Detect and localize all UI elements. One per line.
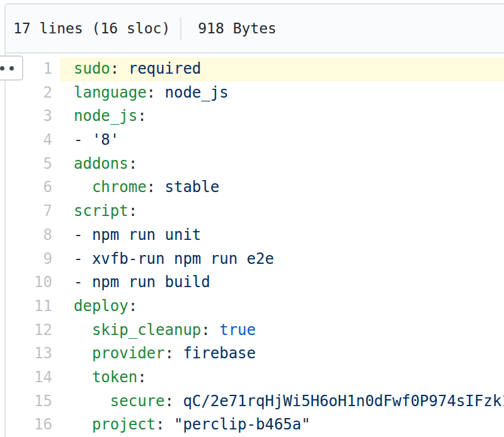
- line-content: - xvfb-run npm run e2e: [60, 247, 504, 271]
- code-segment-str: firebase: [174, 344, 256, 362]
- code-segment-key: script: [74, 202, 129, 220]
- code-segment-plain: [74, 368, 92, 386]
- file-lines-info: 17 lines (16 sloc): [13, 20, 170, 37]
- line-number[interactable]: 13: [6, 342, 60, 366]
- code-segment-plain: [74, 416, 92, 433]
- code-segment-str: required: [119, 60, 201, 77]
- code-line: 16 project: "perclip-b465a": [6, 413, 504, 437]
- line-number[interactable]: 5: [6, 152, 60, 176]
- line-content: sudo: required: [60, 57, 504, 81]
- line-number[interactable]: 8: [6, 224, 60, 247]
- code-segment-plain: :: [129, 155, 137, 173]
- line-content: skip_cleanup: true: [60, 319, 504, 343]
- code-line: 2language: node_js: [6, 81, 504, 105]
- code-segment-key: token: [92, 368, 137, 386]
- code-line: 6 chrome: stable: [6, 176, 504, 200]
- code-segment-plain: :: [156, 416, 164, 433]
- line-content: deploy:: [60, 295, 504, 319]
- ellipsis-expand-button[interactable]: [0, 55, 23, 81]
- code-segment-key: deploy: [74, 297, 129, 315]
- file-size-info: 918 Bytes: [198, 20, 277, 37]
- code-segment-plain: [74, 344, 92, 362]
- line-number[interactable]: 2: [6, 81, 60, 105]
- code-segment-str: node_js: [156, 84, 229, 101]
- ellipsis-dot-icon: [9, 66, 14, 71]
- code-segment-plain: -: [74, 250, 92, 268]
- code-segment-str: '8': [92, 131, 119, 149]
- code-line: 14 token:: [6, 366, 504, 390]
- code-segment-str: stable: [156, 178, 219, 196]
- code-segment-plain: -: [74, 273, 92, 291]
- code-line: 4- '8': [6, 128, 504, 152]
- code-line: 13 provider: firebase: [6, 342, 504, 366]
- line-content: addons:: [60, 152, 504, 176]
- code-segment-plain: :: [129, 202, 137, 220]
- line-number[interactable]: 6: [6, 176, 60, 200]
- ellipsis-dot-icon: [0, 66, 4, 71]
- code-segment-plain: :: [201, 321, 210, 339]
- code-segment-plain: :: [137, 107, 146, 125]
- line-number[interactable]: 11: [6, 295, 60, 319]
- line-content: - npm run unit: [60, 224, 504, 247]
- line-content: project: "perclip-b465a": [60, 413, 504, 437]
- code-segment-plain: :: [147, 84, 156, 101]
- code-line: 10- npm run build: [6, 271, 504, 295]
- file-view-container: 17 lines (16 sloc) 918 Bytes 1sudo: requ…: [4, 3, 504, 437]
- code-segment-plain: :: [137, 368, 146, 386]
- line-content: token:: [60, 366, 504, 390]
- file-info-header: 17 lines (16 sloc) 918 Bytes: [6, 4, 504, 54]
- code-line: 15 secure: qC/2e71rqHjWi5H6oH1n0dFwf0P97…: [6, 390, 504, 414]
- code-segment-key: skip_cleanup: [92, 321, 201, 339]
- line-number[interactable]: 7: [6, 200, 60, 224]
- code-line: 5addons:: [6, 152, 504, 176]
- code-segment-plain: -: [74, 226, 92, 244]
- code-segment-str: npm run unit: [92, 226, 201, 244]
- code-segment-plain: [74, 392, 110, 410]
- line-number[interactable]: 12: [6, 319, 60, 343]
- code-segment-plain: :: [147, 178, 156, 196]
- code-segment-str: npm run build: [92, 273, 210, 291]
- code-line: 12 skip_cleanup: true: [6, 319, 504, 343]
- code-blob: 1sudo: required2language: node_js3node_j…: [6, 54, 504, 437]
- code-segment-key: node_js: [74, 107, 137, 125]
- code-line: 1sudo: required: [6, 57, 504, 81]
- code-segment-key: sudo: [74, 60, 110, 77]
- line-number[interactable]: 16: [6, 413, 60, 437]
- code-segment-plain: :: [165, 344, 174, 362]
- code-segment-key: secure: [110, 392, 165, 410]
- code-segment-key: provider: [92, 344, 165, 362]
- line-number[interactable]: 9: [6, 247, 60, 271]
- line-number[interactable]: 14: [6, 366, 60, 390]
- line-number[interactable]: 15: [6, 390, 60, 414]
- line-content: - npm run build: [60, 271, 504, 295]
- code-segment-str: qC/2e71rqHjWi5H6oH1n0dFwf0P974sIFzk1FV: [174, 392, 504, 410]
- line-content: provider: firebase: [60, 342, 504, 366]
- line-number[interactable]: 4: [6, 128, 60, 152]
- code-segment-key: addons: [74, 155, 129, 173]
- line-content: chrome: stable: [60, 176, 504, 200]
- code-segment-key: chrome: [92, 178, 147, 196]
- line-content: node_js:: [60, 105, 504, 128]
- code-segment-str: xvfb-run npm run e2e: [92, 250, 274, 268]
- code-segment-plain: :: [110, 60, 119, 77]
- line-content: script:: [60, 200, 504, 224]
- line-number[interactable]: 3: [6, 105, 60, 128]
- code-segment-plain: -: [74, 131, 92, 149]
- code-line: 7script:: [6, 200, 504, 224]
- code-segment-plain: [74, 321, 92, 339]
- line-number[interactable]: 10: [6, 271, 60, 295]
- line-content: language: node_js: [60, 81, 504, 105]
- code-segment-plain: :: [165, 392, 174, 410]
- code-segment-str: "perclip-b465a": [165, 416, 311, 433]
- code-segment-key: project: [92, 416, 156, 433]
- code-segment-const: true: [210, 321, 256, 339]
- code-line: 11deploy:: [6, 295, 504, 319]
- code-segment-key: language: [74, 84, 147, 101]
- code-line: 9- xvfb-run npm run e2e: [6, 247, 504, 271]
- header-divider: [180, 17, 181, 40]
- line-content: - '8': [60, 128, 504, 152]
- code-segment-plain: [74, 178, 92, 196]
- line-content: secure: qC/2e71rqHjWi5H6oH1n0dFwf0P974sI…: [60, 390, 504, 414]
- code-line: 8- npm run unit: [6, 224, 504, 247]
- code-line: 3node_js:: [6, 105, 504, 128]
